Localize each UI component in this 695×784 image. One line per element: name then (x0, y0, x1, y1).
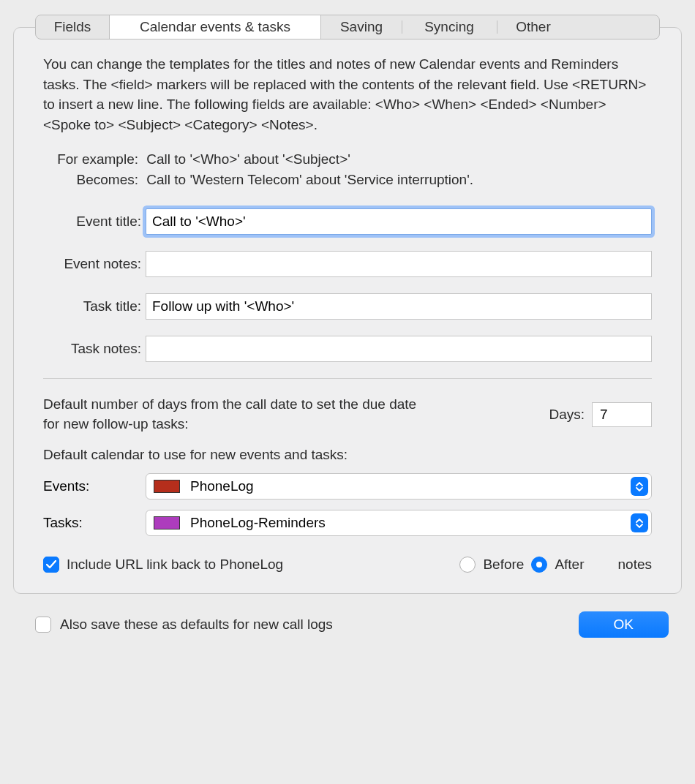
radio-after[interactable] (531, 557, 547, 573)
radio-before[interactable] (459, 557, 476, 573)
tab-pane-calendar: You can change the templates for the tit… (13, 27, 682, 594)
preferences-window: Fields Calendar events & tasks Saving Sy… (0, 0, 695, 784)
events-calendar-value: PhoneLog (190, 478, 254, 494)
tab-bar: Fields Calendar events & tasks Saving Sy… (35, 15, 660, 39)
also-save-defaults-checkbox[interactable] (35, 617, 51, 633)
radio-after-label: After (555, 557, 584, 573)
task-title-label: Task title: (43, 298, 146, 314)
tasks-popup-label: Tasks: (43, 515, 146, 531)
include-url-checkbox[interactable] (43, 557, 59, 573)
events-popup-label: Events: (43, 478, 146, 494)
calendar-color-swatch (154, 516, 180, 529)
example-for-value: Call to '<Who>' about '<Subject>' (146, 151, 350, 167)
popup-stepper-icon (631, 513, 648, 532)
days-input[interactable] (592, 402, 652, 427)
include-url-label: Include URL link back to PhoneLog (67, 557, 283, 573)
popup-stepper-icon (631, 477, 648, 496)
ok-button[interactable]: OK (579, 611, 669, 638)
example-becomes-label: Becomes: (43, 170, 138, 190)
event-title-input[interactable] (146, 208, 652, 235)
template-description: You can change the templates for the tit… (43, 54, 652, 135)
also-save-defaults-label: Also save these as defaults for new call… (60, 617, 333, 633)
notes-suffix-label: notes (618, 557, 652, 573)
event-title-label: Event title: (43, 214, 146, 230)
tab-other[interactable]: Other (497, 15, 570, 39)
task-title-input[interactable] (146, 293, 652, 320)
example-becomes-value: Call to 'Western Telecom' about 'Service… (146, 172, 473, 187)
calendar-color-swatch (154, 480, 180, 493)
tasks-calendar-value: PhoneLog-Reminders (190, 515, 326, 531)
events-calendar-popup[interactable]: PhoneLog (146, 473, 652, 500)
tab-saving[interactable]: Saving (321, 15, 402, 39)
due-days-description: Default number of days from the call dat… (43, 395, 424, 434)
tab-syncing[interactable]: Syncing (402, 15, 497, 39)
tab-fields[interactable]: Fields (36, 15, 109, 39)
tab-calendar-events-tasks[interactable]: Calendar events & tasks (109, 15, 321, 39)
event-notes-label: Event notes: (43, 256, 146, 272)
task-notes-label: Task notes: (43, 341, 146, 357)
template-example: For example: Call to '<Who>' about '<Sub… (43, 149, 652, 189)
default-calendar-header: Default calendar to use for new events a… (43, 447, 652, 463)
checkmark-icon (46, 560, 56, 569)
divider (43, 378, 652, 379)
event-notes-input[interactable] (146, 251, 652, 277)
tasks-calendar-popup[interactable]: PhoneLog-Reminders (146, 510, 652, 536)
radio-before-label: Before (483, 557, 524, 573)
days-label: Days: (549, 407, 585, 423)
task-notes-input[interactable] (146, 336, 652, 362)
example-for-label: For example: (43, 149, 138, 170)
